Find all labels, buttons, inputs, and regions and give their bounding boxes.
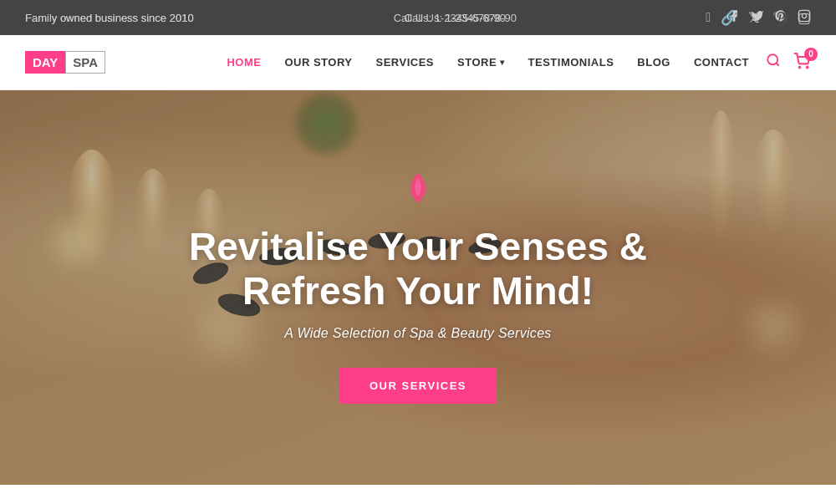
cart-count-badge: 0 bbox=[804, 48, 818, 61]
nav-home[interactable]: HOME bbox=[227, 56, 261, 69]
facebook-icon[interactable]:  bbox=[706, 10, 711, 25]
svg-point-2 bbox=[767, 54, 777, 64]
nav-services[interactable]: SERVICES bbox=[375, 56, 434, 69]
logo[interactable]: DAYSPA bbox=[25, 51, 105, 74]
store-dropdown-icon: ▾ bbox=[500, 58, 505, 67]
nav-blog[interactable]: BLOG bbox=[637, 56, 670, 69]
hero-subtitle: A Wide Selection of Spa & Beauty Service… bbox=[284, 326, 551, 341]
svg-rect-0 bbox=[798, 10, 809, 21]
top-bar-phone: Call Us: 1-2345-678-90 bbox=[405, 12, 517, 24]
search-icon[interactable] bbox=[766, 53, 781, 72]
cart-button[interactable]: 0 bbox=[793, 53, 811, 73]
hero-cta-button[interactable]: OUR SERVICES bbox=[339, 368, 497, 404]
pinterest-icon[interactable] bbox=[774, 9, 788, 26]
nav-testimonials[interactable]: TESTIMONIALS bbox=[528, 56, 614, 69]
nav-our-story[interactable]: OUR STORY bbox=[284, 56, 352, 69]
svg-point-5 bbox=[807, 66, 808, 68]
svg-line-3 bbox=[776, 63, 778, 65]
main-nav: HOME OUR STORY SERVICES STORE ▾ TESTIMON… bbox=[227, 56, 749, 69]
facebook-icon[interactable] bbox=[727, 9, 741, 26]
hero-title: Revitalise Your Senses & Refresh Your Mi… bbox=[134, 225, 702, 313]
hero-content: Revitalise Your Senses & Refresh Your Mi… bbox=[0, 90, 836, 485]
hero-decorative-icon bbox=[405, 171, 431, 211]
top-bar-tagline: Family owned business since 2010 bbox=[25, 12, 194, 24]
nav-utility-icons: 0 bbox=[766, 53, 811, 73]
social-icons-group bbox=[727, 9, 811, 26]
hero-section: Revitalise Your Senses & Refresh Your Mi… bbox=[0, 90, 836, 485]
svg-point-4 bbox=[799, 66, 801, 68]
twitter-icon[interactable] bbox=[751, 9, 764, 26]
nav-contact[interactable]: CONTACT bbox=[694, 56, 749, 69]
header: DAYSPA HOME OUR STORY SERVICES STORE ▾ T… bbox=[0, 35, 836, 90]
logo-spa: SPA bbox=[65, 51, 105, 74]
nav-store[interactable]: STORE ▾ bbox=[457, 56, 505, 69]
instagram-icon[interactable] bbox=[798, 9, 811, 26]
logo-day: DAY bbox=[25, 51, 65, 74]
